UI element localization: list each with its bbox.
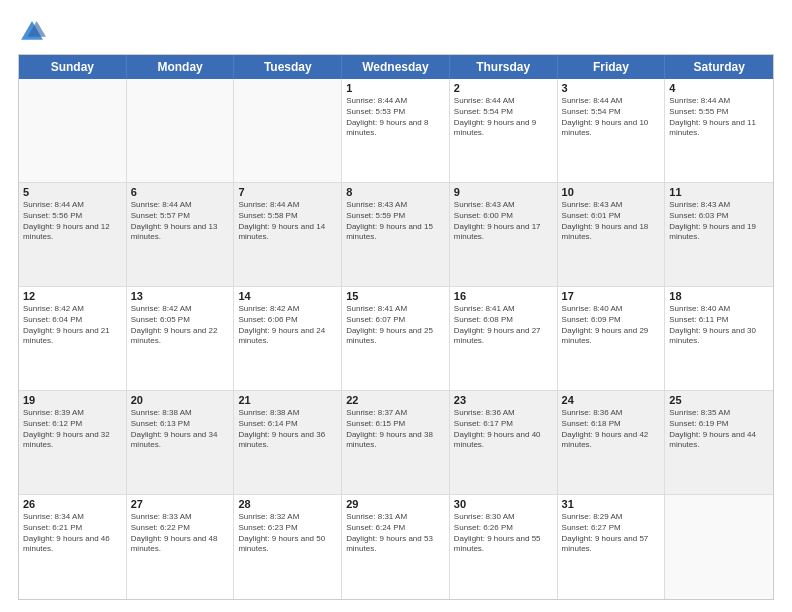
- cell-day-number: 26: [23, 498, 122, 510]
- calendar-row-2: 12Sunrise: 8:42 AM Sunset: 6:04 PM Dayli…: [19, 287, 773, 391]
- cell-info: Sunrise: 8:44 AM Sunset: 5:56 PM Dayligh…: [23, 200, 122, 243]
- page: SundayMondayTuesdayWednesdayThursdayFrid…: [0, 0, 792, 612]
- calendar-cell-day-27: 27Sunrise: 8:33 AM Sunset: 6:22 PM Dayli…: [127, 495, 235, 599]
- calendar-cell-day-22: 22Sunrise: 8:37 AM Sunset: 6:15 PM Dayli…: [342, 391, 450, 494]
- calendar-cell-day-18: 18Sunrise: 8:40 AM Sunset: 6:11 PM Dayli…: [665, 287, 773, 390]
- calendar-cell-day-10: 10Sunrise: 8:43 AM Sunset: 6:01 PM Dayli…: [558, 183, 666, 286]
- cell-info: Sunrise: 8:44 AM Sunset: 5:58 PM Dayligh…: [238, 200, 337, 243]
- calendar-cell-day-31: 31Sunrise: 8:29 AM Sunset: 6:27 PM Dayli…: [558, 495, 666, 599]
- cell-info: Sunrise: 8:44 AM Sunset: 5:55 PM Dayligh…: [669, 96, 769, 139]
- cell-day-number: 30: [454, 498, 553, 510]
- cell-day-number: 31: [562, 498, 661, 510]
- calendar-cell-day-19: 19Sunrise: 8:39 AM Sunset: 6:12 PM Dayli…: [19, 391, 127, 494]
- cell-day-number: 10: [562, 186, 661, 198]
- calendar-cell-day-7: 7Sunrise: 8:44 AM Sunset: 5:58 PM Daylig…: [234, 183, 342, 286]
- cell-info: Sunrise: 8:43 AM Sunset: 6:01 PM Dayligh…: [562, 200, 661, 243]
- calendar-cell-day-6: 6Sunrise: 8:44 AM Sunset: 5:57 PM Daylig…: [127, 183, 235, 286]
- logo-icon: [18, 18, 46, 46]
- cell-day-number: 19: [23, 394, 122, 406]
- calendar-cell-day-2: 2Sunrise: 8:44 AM Sunset: 5:54 PM Daylig…: [450, 79, 558, 182]
- cell-day-number: 27: [131, 498, 230, 510]
- cell-info: Sunrise: 8:32 AM Sunset: 6:23 PM Dayligh…: [238, 512, 337, 555]
- cell-info: Sunrise: 8:30 AM Sunset: 6:26 PM Dayligh…: [454, 512, 553, 555]
- cell-info: Sunrise: 8:43 AM Sunset: 6:00 PM Dayligh…: [454, 200, 553, 243]
- cell-info: Sunrise: 8:31 AM Sunset: 6:24 PM Dayligh…: [346, 512, 445, 555]
- cell-day-number: 4: [669, 82, 769, 94]
- calendar-cell-day-12: 12Sunrise: 8:42 AM Sunset: 6:04 PM Dayli…: [19, 287, 127, 390]
- cell-info: Sunrise: 8:34 AM Sunset: 6:21 PM Dayligh…: [23, 512, 122, 555]
- cell-day-number: 15: [346, 290, 445, 302]
- cell-info: Sunrise: 8:42 AM Sunset: 6:04 PM Dayligh…: [23, 304, 122, 347]
- day-header-monday: Monday: [127, 55, 235, 79]
- cell-info: Sunrise: 8:41 AM Sunset: 6:08 PM Dayligh…: [454, 304, 553, 347]
- calendar-cell-day-20: 20Sunrise: 8:38 AM Sunset: 6:13 PM Dayli…: [127, 391, 235, 494]
- cell-info: Sunrise: 8:44 AM Sunset: 5:54 PM Dayligh…: [454, 96, 553, 139]
- calendar-cell-day-15: 15Sunrise: 8:41 AM Sunset: 6:07 PM Dayli…: [342, 287, 450, 390]
- calendar-cell-day-24: 24Sunrise: 8:36 AM Sunset: 6:18 PM Dayli…: [558, 391, 666, 494]
- day-header-friday: Friday: [558, 55, 666, 79]
- calendar-cell-day-4: 4Sunrise: 8:44 AM Sunset: 5:55 PM Daylig…: [665, 79, 773, 182]
- calendar-cell-day-8: 8Sunrise: 8:43 AM Sunset: 5:59 PM Daylig…: [342, 183, 450, 286]
- cell-info: Sunrise: 8:40 AM Sunset: 6:11 PM Dayligh…: [669, 304, 769, 347]
- calendar-cell-day-9: 9Sunrise: 8:43 AM Sunset: 6:00 PM Daylig…: [450, 183, 558, 286]
- calendar-cell-day-29: 29Sunrise: 8:31 AM Sunset: 6:24 PM Dayli…: [342, 495, 450, 599]
- calendar-cell-day-1: 1Sunrise: 8:44 AM Sunset: 5:53 PM Daylig…: [342, 79, 450, 182]
- calendar-cell-day-3: 3Sunrise: 8:44 AM Sunset: 5:54 PM Daylig…: [558, 79, 666, 182]
- calendar-cell-day-11: 11Sunrise: 8:43 AM Sunset: 6:03 PM Dayli…: [665, 183, 773, 286]
- cell-info: Sunrise: 8:36 AM Sunset: 6:18 PM Dayligh…: [562, 408, 661, 451]
- cell-info: Sunrise: 8:35 AM Sunset: 6:19 PM Dayligh…: [669, 408, 769, 451]
- day-header-saturday: Saturday: [665, 55, 773, 79]
- calendar-cell-day-30: 30Sunrise: 8:30 AM Sunset: 6:26 PM Dayli…: [450, 495, 558, 599]
- day-header-thursday: Thursday: [450, 55, 558, 79]
- cell-day-number: 21: [238, 394, 337, 406]
- cell-info: Sunrise: 8:43 AM Sunset: 6:03 PM Dayligh…: [669, 200, 769, 243]
- cell-day-number: 2: [454, 82, 553, 94]
- cell-day-number: 7: [238, 186, 337, 198]
- calendar-cell-day-28: 28Sunrise: 8:32 AM Sunset: 6:23 PM Dayli…: [234, 495, 342, 599]
- calendar-row-0: 1Sunrise: 8:44 AM Sunset: 5:53 PM Daylig…: [19, 79, 773, 183]
- calendar-cell-empty: [127, 79, 235, 182]
- cell-day-number: 23: [454, 394, 553, 406]
- cell-info: Sunrise: 8:36 AM Sunset: 6:17 PM Dayligh…: [454, 408, 553, 451]
- calendar-cell-day-23: 23Sunrise: 8:36 AM Sunset: 6:17 PM Dayli…: [450, 391, 558, 494]
- calendar-row-3: 19Sunrise: 8:39 AM Sunset: 6:12 PM Dayli…: [19, 391, 773, 495]
- cell-info: Sunrise: 8:38 AM Sunset: 6:13 PM Dayligh…: [131, 408, 230, 451]
- day-headers: SundayMondayTuesdayWednesdayThursdayFrid…: [19, 55, 773, 79]
- calendar-cell-empty: [234, 79, 342, 182]
- cell-day-number: 16: [454, 290, 553, 302]
- cell-day-number: 18: [669, 290, 769, 302]
- calendar-cell-day-14: 14Sunrise: 8:42 AM Sunset: 6:06 PM Dayli…: [234, 287, 342, 390]
- day-header-sunday: Sunday: [19, 55, 127, 79]
- cell-day-number: 25: [669, 394, 769, 406]
- cell-info: Sunrise: 8:41 AM Sunset: 6:07 PM Dayligh…: [346, 304, 445, 347]
- cell-info: Sunrise: 8:29 AM Sunset: 6:27 PM Dayligh…: [562, 512, 661, 555]
- cell-day-number: 8: [346, 186, 445, 198]
- calendar-cell-day-21: 21Sunrise: 8:38 AM Sunset: 6:14 PM Dayli…: [234, 391, 342, 494]
- cell-info: Sunrise: 8:33 AM Sunset: 6:22 PM Dayligh…: [131, 512, 230, 555]
- cell-day-number: 29: [346, 498, 445, 510]
- cell-info: Sunrise: 8:44 AM Sunset: 5:53 PM Dayligh…: [346, 96, 445, 139]
- cell-day-number: 24: [562, 394, 661, 406]
- cell-day-number: 14: [238, 290, 337, 302]
- calendar-cell-day-5: 5Sunrise: 8:44 AM Sunset: 5:56 PM Daylig…: [19, 183, 127, 286]
- cell-day-number: 9: [454, 186, 553, 198]
- cell-day-number: 28: [238, 498, 337, 510]
- calendar-row-4: 26Sunrise: 8:34 AM Sunset: 6:21 PM Dayli…: [19, 495, 773, 599]
- cell-day-number: 22: [346, 394, 445, 406]
- calendar-cell-day-13: 13Sunrise: 8:42 AM Sunset: 6:05 PM Dayli…: [127, 287, 235, 390]
- cell-day-number: 3: [562, 82, 661, 94]
- calendar-body: 1Sunrise: 8:44 AM Sunset: 5:53 PM Daylig…: [19, 79, 773, 599]
- calendar-cell-day-26: 26Sunrise: 8:34 AM Sunset: 6:21 PM Dayli…: [19, 495, 127, 599]
- calendar-cell-day-16: 16Sunrise: 8:41 AM Sunset: 6:08 PM Dayli…: [450, 287, 558, 390]
- cell-day-number: 11: [669, 186, 769, 198]
- cell-info: Sunrise: 8:42 AM Sunset: 6:05 PM Dayligh…: [131, 304, 230, 347]
- day-header-tuesday: Tuesday: [234, 55, 342, 79]
- cell-info: Sunrise: 8:42 AM Sunset: 6:06 PM Dayligh…: [238, 304, 337, 347]
- cell-info: Sunrise: 8:44 AM Sunset: 5:54 PM Dayligh…: [562, 96, 661, 139]
- cell-info: Sunrise: 8:39 AM Sunset: 6:12 PM Dayligh…: [23, 408, 122, 451]
- calendar-cell-day-17: 17Sunrise: 8:40 AM Sunset: 6:09 PM Dayli…: [558, 287, 666, 390]
- calendar-cell-day-25: 25Sunrise: 8:35 AM Sunset: 6:19 PM Dayli…: [665, 391, 773, 494]
- calendar-cell-empty: [19, 79, 127, 182]
- day-header-wednesday: Wednesday: [342, 55, 450, 79]
- cell-day-number: 6: [131, 186, 230, 198]
